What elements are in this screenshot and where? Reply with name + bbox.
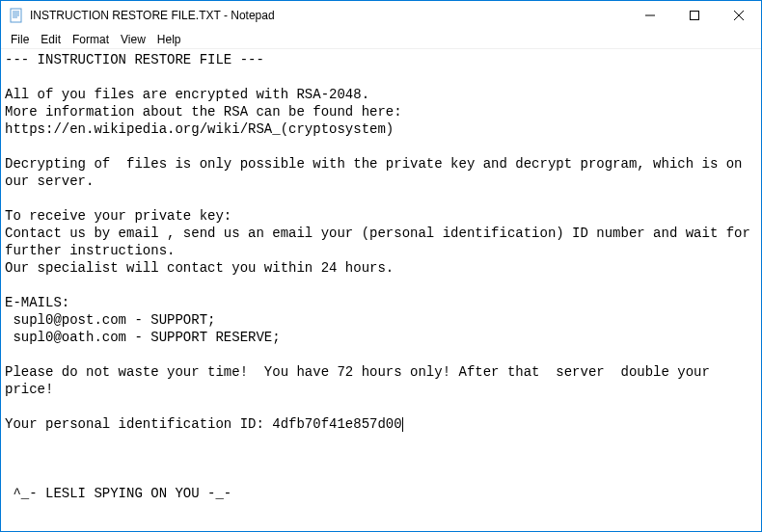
text-line: To receive your private key: [5, 208, 231, 224]
menu-view[interactable]: View [115, 32, 151, 47]
window-title: INSTRUCTION RESTORE FILE.TXT - Notepad [30, 9, 275, 22]
close-button[interactable] [717, 1, 761, 30]
menu-help[interactable]: Help [151, 32, 187, 47]
text-line: https://en.wikipedia.org/wiki/RSA_(crypt… [5, 121, 394, 137]
text-line: All of you files are encrypted with RSA-… [5, 87, 369, 102]
text-line: ^_- LESLI SPYING ON YOU -_- [5, 486, 231, 501]
menu-edit[interactable]: Edit [35, 32, 67, 47]
text-line: Please do not waste your time! You have … [5, 364, 718, 397]
text-caret [402, 417, 403, 432]
menubar: File Edit Format View Help [1, 30, 761, 49]
text-editor[interactable]: --- INSTRUCTION RESTORE FILE --- All of … [1, 49, 761, 531]
text-line: Contact us by email , send us an email y… [5, 226, 758, 258]
text-line: supl0@oath.com - SUPPORT RESERVE; [5, 330, 281, 345]
text-line: supl0@post.com - SUPPORT; [5, 312, 215, 328]
text-line: More information about the RSA can be fo… [5, 104, 402, 120]
titlebar[interactable]: INSTRUCTION RESTORE FILE.TXT - Notepad [1, 1, 761, 30]
text-line: E-MAILS: [5, 295, 69, 310]
notepad-icon [9, 8, 24, 23]
text-line: Our specialist will contact you within 2… [5, 260, 394, 276]
menu-file[interactable]: File [5, 32, 35, 47]
text-line: Decrypting of files is only possible wit… [5, 156, 750, 189]
text-line: Your personal identification ID: 4dfb70f… [5, 416, 402, 432]
menu-format[interactable]: Format [67, 32, 115, 47]
minimize-button[interactable] [628, 1, 672, 30]
text-line: --- INSTRUCTION RESTORE FILE --- [5, 52, 264, 67]
maximize-button[interactable] [672, 1, 717, 30]
svg-rect-6 [691, 12, 699, 20]
notepad-window: INSTRUCTION RESTORE FILE.TXT - Notepad F… [0, 0, 762, 532]
